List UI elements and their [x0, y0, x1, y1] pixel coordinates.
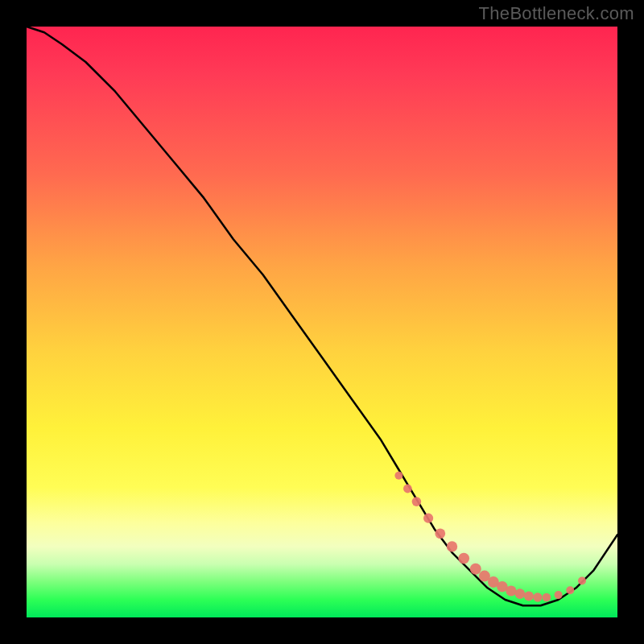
watermark-text: TheBottleneck.com [479, 3, 634, 24]
highlight-dot [447, 541, 457, 551]
highlight-dot [533, 592, 542, 601]
highlight-dot [543, 593, 551, 602]
plot-area [27, 27, 617, 617]
highlight-dots-group [394, 472, 586, 602]
highlight-dot [394, 472, 402, 480]
highlight-dot [423, 514, 433, 523]
chart-stage: TheBottleneck.com [0, 0, 644, 644]
chart-svg [27, 27, 617, 617]
highlight-dot [412, 497, 422, 506]
highlight-dot [458, 553, 469, 564]
highlight-dot [403, 485, 412, 493]
highlight-dot [515, 588, 526, 599]
highlight-dot [555, 591, 563, 599]
highlight-dot [435, 528, 445, 539]
highlight-dot [566, 586, 574, 594]
highlight-dot [470, 564, 481, 575]
highlight-dot [578, 577, 586, 585]
highlight-dot [506, 585, 516, 596]
highlight-dot [524, 592, 534, 601]
bottleneck-curve-path [27, 27, 617, 605]
